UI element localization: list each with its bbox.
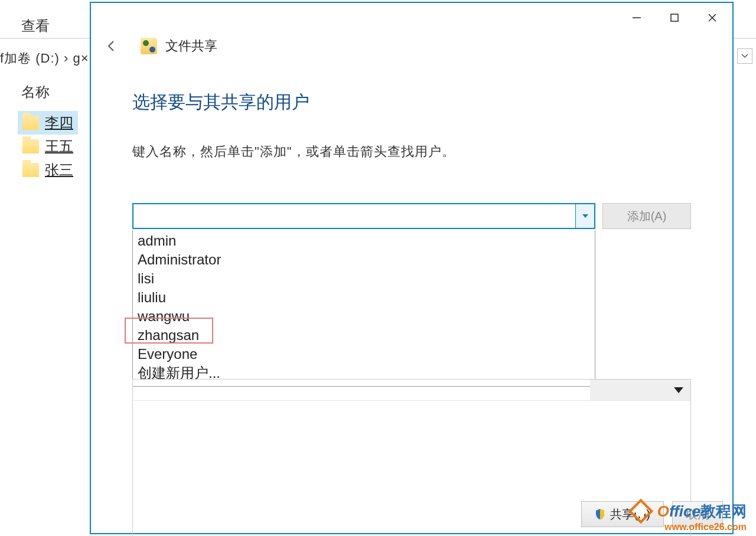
folder-label: 王五 — [45, 137, 73, 156]
dropdown-option[interactable]: lisi — [133, 269, 595, 288]
shared-users-header — [133, 380, 690, 401]
minimize-button[interactable] — [620, 6, 653, 30]
arrow-left-icon — [105, 40, 118, 53]
dialog-subtitle: 键入名称，然后单击"添加"，或者单击箭头查找用户。 — [132, 143, 691, 161]
watermark-url: www.office26.com — [632, 522, 747, 532]
user-picker-row: admin Administrator lisi liuliu wangwu z… — [132, 203, 691, 229]
user-picker-combobox[interactable]: admin Administrator lisi liuliu wangwu z… — [132, 203, 595, 229]
column-header-name[interactable]: 名称 — [21, 83, 50, 102]
folder-icon — [22, 139, 39, 153]
folder-item[interactable]: 张三 — [18, 158, 78, 182]
dropdown-option[interactable]: Administrator — [133, 250, 595, 269]
file-sharing-icon — [141, 38, 157, 54]
watermark-text: O — [657, 502, 669, 520]
dropdown-option[interactable]: zhangsan — [133, 326, 595, 345]
maximize-icon — [669, 12, 680, 23]
folder-label: 李四 — [45, 113, 73, 132]
svg-marker-4 — [582, 214, 588, 218]
close-button[interactable] — [696, 6, 729, 30]
watermark-logo-icon — [628, 499, 653, 524]
folder-icon — [22, 163, 39, 177]
folder-item[interactable]: 李四 — [18, 111, 78, 135]
folder-item[interactable]: 王五 — [18, 135, 78, 158]
dialog-app-title: 文件共享 — [165, 37, 217, 55]
dialog-title: 选择要与其共享的用户 — [132, 90, 691, 115]
user-name-input[interactable] — [133, 204, 575, 228]
titlebar — [91, 3, 732, 32]
watermark-text: 教程网 — [700, 502, 747, 520]
chevron-down-icon — [582, 214, 589, 218]
folder-label: 张三 — [45, 161, 73, 179]
folder-icon — [22, 116, 39, 130]
watermark: Office教程网 www.office26.com — [632, 499, 747, 532]
file-sharing-dialog: 文件共享 选择要与其共享的用户 键入名称，然后单击"添加"，或者单击箭头查找用户… — [90, 2, 734, 534]
dialog-header: 文件共享 — [91, 37, 732, 55]
breadcrumb[interactable]: f加卷 (D:) › g× — [0, 50, 89, 67]
dialog-body: 选择要与其共享的用户 键入名称，然后单击"添加"，或者单击箭头查找用户。 adm… — [91, 90, 732, 536]
folder-list: 李四 王五 张三 — [18, 111, 78, 182]
chevron-down-icon — [741, 54, 748, 58]
user-picker-dropdown-button[interactable] — [575, 204, 594, 228]
user-dropdown-list: admin Administrator lisi liuliu wangwu z… — [132, 230, 595, 387]
shield-icon — [595, 508, 605, 520]
permission-level-dropdown[interactable] — [590, 380, 690, 400]
dropdown-option[interactable]: wangwu — [133, 307, 595, 326]
dropdown-option[interactable]: liuliu — [133, 288, 595, 307]
maximize-button[interactable] — [658, 6, 691, 30]
add-button[interactable]: 添加(A) — [602, 203, 691, 229]
address-dropdown[interactable] — [737, 48, 752, 64]
watermark-brand: Office教程网 — [632, 499, 747, 522]
close-icon — [707, 12, 718, 23]
back-button[interactable] — [103, 37, 120, 55]
minimize-icon — [631, 12, 642, 23]
svg-rect-1 — [671, 14, 678, 21]
ribbon-tab-view[interactable]: 查看 — [21, 17, 50, 35]
dropdown-option[interactable]: Everyone — [133, 345, 595, 364]
watermark-text: ffice — [669, 502, 700, 520]
caret-down-icon — [674, 387, 683, 393]
dropdown-option[interactable]: admin — [133, 231, 595, 250]
